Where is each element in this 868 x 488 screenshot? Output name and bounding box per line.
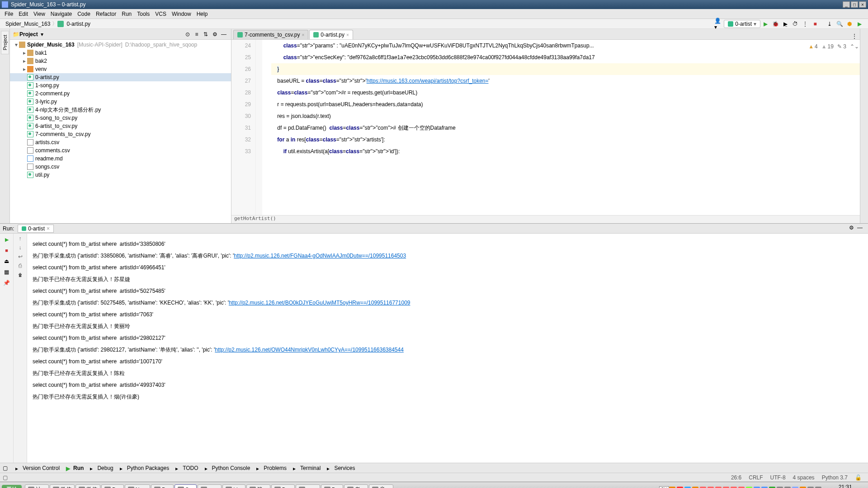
taskbar-app[interactable]: Na...	[125, 484, 150, 488]
tray-icon[interactable]	[777, 487, 783, 488]
stop-process-button[interactable]	[3, 246, 11, 254]
tray-icon[interactable]	[769, 487, 775, 488]
taskbar-app[interactable]: Br...	[271, 484, 295, 488]
editor-tab[interactable]: 7-comments_to_csv.py×	[233, 30, 308, 39]
search-everywhere-button[interactable]: 🔍	[835, 19, 844, 28]
inspection-widget[interactable]: 4 19 ✎ 3 ⌃⌄	[808, 41, 859, 52]
tree-item[interactable]: readme.md	[10, 155, 231, 163]
editor-breadcrumb[interactable]: getHotArtist()	[231, 215, 860, 223]
menu-item-edit[interactable]: Edit	[16, 11, 31, 17]
maximize-button[interactable]: □	[851, 1, 858, 8]
tree-item[interactable]: ▸bak1	[10, 49, 231, 57]
tree-item[interactable]: 0-artist.py	[10, 73, 231, 81]
run-config-tab[interactable]: 0-artist ×	[18, 225, 54, 233]
tray-icon[interactable]	[784, 487, 791, 488]
project-root[interactable]: ▾ Spider_Music_163 [Music-API-Spider] D:…	[10, 41, 231, 49]
caret-position[interactable]: 26:6	[731, 474, 741, 481]
tree-item[interactable]: ▸bak2	[10, 57, 231, 65]
close-tab-icon[interactable]: ×	[47, 225, 50, 232]
bottom-tab-debug[interactable]: ▸Debug	[90, 465, 113, 471]
taskbar-app[interactable]: ec...	[198, 484, 222, 488]
clear-all-button[interactable]	[18, 272, 23, 278]
taskbar-app[interactable]: D...	[321, 484, 344, 488]
tray-icon[interactable]	[792, 487, 798, 488]
expand-arrow-icon[interactable]: ▸	[22, 58, 27, 64]
layout-button[interactable]: ▦	[3, 268, 11, 276]
system-tray[interactable]	[669, 487, 821, 488]
indent-config[interactable]: 4 spaces	[793, 474, 815, 481]
expand-all-button[interactable]: ≡	[193, 30, 201, 38]
run-button[interactable]: ▶	[761, 19, 770, 28]
menu-item-vcs[interactable]: VCS	[152, 11, 169, 17]
tray-icon[interactable]	[746, 487, 752, 488]
console-link[interactable]: http://p2.music.126.net/FGNaa4-gOdNwIAAJ…	[234, 253, 406, 259]
tree-item[interactable]: 6-artist_to_csv.py	[10, 122, 231, 130]
console-output[interactable]: select count(*) from tb_artist where art…	[27, 234, 868, 463]
read-lock-icon[interactable]: 🔓	[855, 474, 862, 481]
tray-icon[interactable]	[761, 487, 768, 488]
tree-item[interactable]: 5-song_to_csv.py	[10, 114, 231, 122]
tray-icon[interactable]	[708, 487, 714, 488]
dropdown-arrow-icon[interactable]: ▾	[41, 31, 43, 38]
tray-icon[interactable]	[700, 487, 706, 488]
menu-item-file[interactable]: File	[2, 11, 16, 17]
scroll-up-button[interactable]	[19, 235, 22, 242]
expand-arrow-icon[interactable]: ▸	[22, 66, 27, 72]
taskbar-app[interactable]: D...	[101, 484, 124, 488]
menu-item-navigate[interactable]: Navigate	[48, 11, 75, 17]
file-encoding[interactable]: UTF-8	[770, 474, 786, 481]
breadcrumb-file[interactable]: 0-artist.py	[65, 21, 92, 27]
debug-button[interactable]: 🐞	[771, 19, 780, 28]
tree-item[interactable]: 1-song.py	[10, 81, 231, 89]
bottom-tab-python-console[interactable]: ▸Python Console	[205, 465, 250, 471]
hide-run-panel-button[interactable]: —	[857, 225, 865, 233]
taskbar-app[interactable]: 音...	[369, 484, 393, 488]
close-tab-icon[interactable]: ×	[302, 33, 305, 38]
bottom-tab-problems[interactable]: ▸Problems	[256, 465, 287, 471]
exit-button[interactable]: ⏏	[3, 257, 11, 265]
bottom-tab-python-packages[interactable]: ▸Python Packages	[120, 465, 169, 471]
taskbar-app[interactable]: 微信	[75, 484, 100, 488]
tray-icon[interactable]	[684, 487, 691, 488]
tray-icon[interactable]	[815, 487, 821, 488]
console-link[interactable]: http://p2.music.126.net/BO0kDJYEoGuUwjMT…	[229, 300, 410, 306]
select-opened-file-button[interactable]: ⊙	[184, 30, 192, 38]
taskbar-app[interactable]: S...	[175, 484, 197, 488]
breadcrumb-project[interactable]: Spider_Music_163	[4, 21, 52, 27]
taskbar-app[interactable]: 毕...	[246, 484, 270, 488]
editor-body[interactable]: 24252627282930313233 class="str">"params…	[231, 40, 860, 215]
tree-item[interactable]: songs.csv	[10, 163, 231, 171]
minimize-button[interactable]: _	[843, 1, 850, 8]
bottom-tab-version-control[interactable]: ▸Version Control	[15, 465, 60, 471]
close-button[interactable]: ×	[859, 1, 866, 8]
taskbar-app[interactable]: sp...	[296, 484, 320, 488]
expand-arrow-icon[interactable]: ▸	[22, 50, 27, 56]
run-config-selector[interactable]: 0-artist ▾	[724, 20, 760, 28]
soft-wrap-button[interactable]	[18, 253, 23, 260]
pin-button[interactable]: 📌	[3, 279, 11, 287]
tool-window-quick-access-icon[interactable]: ▢	[3, 465, 9, 471]
print-button[interactable]	[19, 263, 22, 269]
tray-icon[interactable]	[669, 487, 675, 488]
profile-button[interactable]: ⏱	[791, 19, 800, 28]
code-area[interactable]: class="str">"params" : "uAE0nN7yKCy+plwT…	[262, 40, 860, 215]
tray-icon[interactable]	[677, 487, 683, 488]
tray-icon[interactable]	[738, 487, 745, 488]
taskbar-app[interactable]: 计...	[25, 484, 49, 488]
close-tab-icon[interactable]: ×	[346, 33, 349, 38]
tray-icon[interactable]	[807, 487, 814, 488]
tree-item[interactable]: comments.csv	[10, 146, 231, 155]
taskbar-app[interactable]: bi...	[222, 484, 245, 488]
menu-item-refactor[interactable]: Refactor	[93, 11, 119, 17]
status-indicator-icon[interactable]: ▢	[3, 474, 8, 481]
project-tree[interactable]: ▾ Spider_Music_163 [Music-API-Spider] D:…	[10, 40, 231, 223]
taskbar-app[interactable]: 微信	[50, 484, 75, 488]
tab-list-button[interactable]: ⋮	[849, 33, 860, 39]
scroll-down-button[interactable]	[19, 244, 22, 251]
tray-icon[interactable]	[731, 487, 737, 488]
tree-item[interactable]: 7-comments_to_csv.py	[10, 130, 231, 138]
run-settings-button[interactable]: ⚙	[849, 225, 857, 233]
tree-item[interactable]: util.py	[10, 171, 231, 179]
taskbar-app[interactable]: 老...	[344, 484, 368, 488]
tree-item[interactable]: 4-nlp文本分类_情感分析.py	[10, 106, 231, 114]
